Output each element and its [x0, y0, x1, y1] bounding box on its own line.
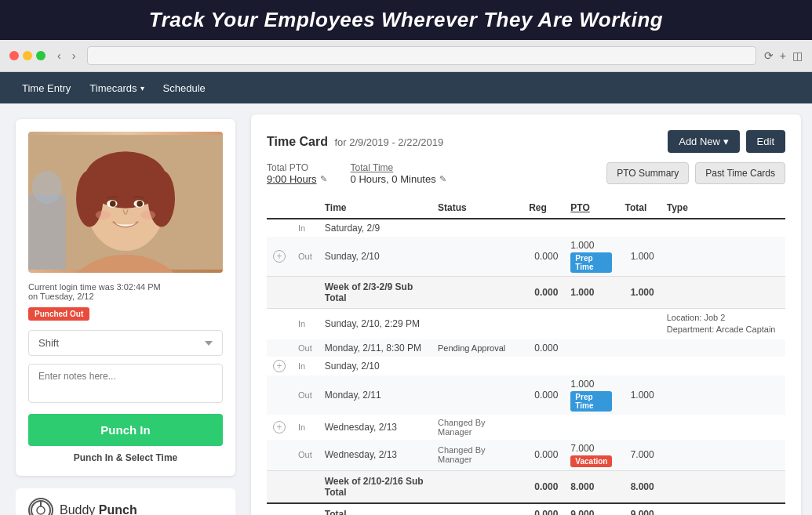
- time-cell: Sunday, 2/10: [319, 357, 431, 375]
- in-out-label: Out: [292, 339, 319, 357]
- subtotal-reg: 0.000: [523, 277, 564, 309]
- browser-icons: ⟳ + ◫: [764, 49, 803, 62]
- expand-icon[interactable]: +: [273, 360, 286, 372]
- total-cell: [618, 339, 660, 357]
- employee-card: Current login time was 3:02:44 PM on Tue…: [16, 119, 235, 476]
- logo-area: Buddy Punch: [16, 488, 235, 515]
- status-cell: [431, 375, 523, 415]
- reg-cell: [523, 219, 564, 237]
- type-cell: [661, 357, 785, 375]
- table-row: In Saturday, 2/9: [267, 219, 785, 237]
- reg-cell: 0.000: [523, 440, 564, 471]
- time-value: 0 Hours, 0 Minutes: [351, 173, 436, 185]
- expand-cell[interactable]: +: [267, 357, 292, 375]
- browser-nav: ‹ ›: [53, 48, 79, 63]
- expand-icon[interactable]: +: [273, 250, 286, 263]
- in-out-label: In: [292, 415, 319, 440]
- back-button[interactable]: ‹: [53, 48, 65, 63]
- pto-edit-icon[interactable]: ✎: [320, 174, 327, 184]
- pto-summary-button[interactable]: PTO Summary: [606, 162, 689, 184]
- add-new-button[interactable]: Add New ▾: [668, 130, 739, 153]
- col-expand: [267, 198, 292, 219]
- expand-cell: [267, 375, 292, 415]
- total-cell: [618, 357, 660, 375]
- col-type-header: Type: [661, 198, 785, 219]
- table-row: In Sunday, 2/10, 2:29 PM Location: Job 2…: [267, 309, 785, 339]
- subtotal-pto: 1.000: [564, 277, 618, 309]
- table-row: + In Wednesday, 2/13 Changed By Manager: [267, 415, 785, 440]
- maximize-button[interactable]: [36, 51, 46, 60]
- pto-cell: [564, 309, 618, 339]
- expand-cell[interactable]: +: [267, 237, 292, 277]
- expand-cell: [267, 440, 292, 471]
- status-cell: Changed By Manager: [431, 415, 523, 440]
- punch-select-link[interactable]: Punch In & Select Time: [28, 452, 223, 463]
- minimize-button[interactable]: [23, 51, 32, 60]
- col-pto-header: PTO: [564, 198, 618, 219]
- subtotal-pto: 8.000: [564, 470, 618, 503]
- svg-rect-13: [28, 194, 66, 269]
- status-cell: [431, 309, 523, 339]
- table-row: Out Monday, 2/11 0.000 1.000 Prep Time 1…: [267, 375, 785, 415]
- total-cell: [618, 219, 660, 237]
- total-pto: 9.000: [564, 503, 618, 515]
- reg-cell: [523, 357, 564, 375]
- notes-input[interactable]: [28, 364, 223, 403]
- total-cell: 1.000: [618, 375, 660, 415]
- in-out-label: Out: [292, 440, 319, 471]
- in-out-label: Out: [292, 375, 319, 415]
- total-total: 9.000: [618, 503, 660, 515]
- shift-select[interactable]: Shift: [28, 330, 223, 356]
- address-bar[interactable]: [87, 46, 756, 65]
- time-card-title: Time Card for 2/9/2019 - 2/22/2019: [267, 135, 443, 149]
- past-time-cards-button[interactable]: Past Time Cards: [695, 162, 785, 184]
- status-cell: Pending Approval: [431, 339, 523, 357]
- table-row: + In Sunday, 2/10: [267, 357, 785, 375]
- subtotal-row: Week of 2/10-2/16 Sub Total 0.000 8.000 …: [267, 470, 785, 503]
- type-cell: [661, 237, 785, 277]
- in-out-label: In: [292, 309, 319, 339]
- employee-photo: [28, 132, 223, 273]
- expand-icon[interactable]: +: [273, 421, 286, 433]
- banner-text: Track Your Employees Wherever They Are W…: [149, 8, 663, 31]
- nav-timecards[interactable]: Timecards ▾: [80, 72, 153, 103]
- subtotal-reg: 0.000: [523, 470, 564, 503]
- subtotal-total: 1.000: [618, 277, 660, 309]
- type-cell: Location: Job 2Department: Arcade Captai…: [661, 309, 785, 339]
- type-cell: [661, 339, 785, 357]
- time-cell: Monday, 2/11, 8:30 PM: [319, 339, 431, 357]
- pto-cell: [564, 219, 618, 237]
- total-row: Total 0.000 9.000 9.000: [267, 503, 785, 515]
- pto-cell: [564, 339, 618, 357]
- windows-icon[interactable]: ◫: [792, 49, 803, 62]
- time-edit-icon[interactable]: ✎: [439, 174, 446, 184]
- total-cell: [618, 309, 660, 339]
- table-row: + Out Sunday, 2/10 0.000 1.000 Prep Time…: [267, 237, 785, 277]
- table-row: Out Wednesday, 2/13 Changed By Manager 0…: [267, 440, 785, 471]
- time-table: Time Status Reg PTO Total Type In Saturd…: [267, 198, 785, 515]
- edit-button[interactable]: Edit: [746, 130, 785, 153]
- svg-point-16: [37, 506, 45, 514]
- total-reg: 0.000: [523, 503, 564, 515]
- location-info: Location: Job 2Department: Arcade Captai…: [667, 312, 779, 336]
- new-tab-icon[interactable]: +: [780, 49, 786, 62]
- status-cell: [431, 237, 523, 277]
- total-time: Total Time 0 Hours, 0 Minutes ✎: [351, 162, 446, 185]
- type-cell: [661, 375, 785, 415]
- col-reg-header: Reg: [523, 198, 564, 219]
- nav-time-entry[interactable]: Time Entry: [13, 72, 80, 103]
- prep-time-tag: Prep Time: [570, 391, 612, 412]
- reg-cell: 0.000: [523, 339, 564, 357]
- close-button[interactable]: [9, 51, 19, 60]
- pto-cell: 7.000 Vacation: [564, 440, 618, 471]
- forward-button[interactable]: ›: [68, 48, 80, 63]
- banner: Track Your Employees Wherever They Are W…: [0, 0, 812, 40]
- nav-schedule[interactable]: Schedule: [154, 72, 215, 103]
- punch-in-button[interactable]: Punch In: [28, 414, 223, 446]
- expand-cell[interactable]: +: [267, 415, 292, 440]
- reload-icon[interactable]: ⟳: [764, 49, 774, 62]
- in-out-label: In: [292, 219, 319, 237]
- time-cell: Wednesday, 2/13: [319, 415, 431, 440]
- reg-cell: [523, 309, 564, 339]
- reg-cell: 0.000: [523, 375, 564, 415]
